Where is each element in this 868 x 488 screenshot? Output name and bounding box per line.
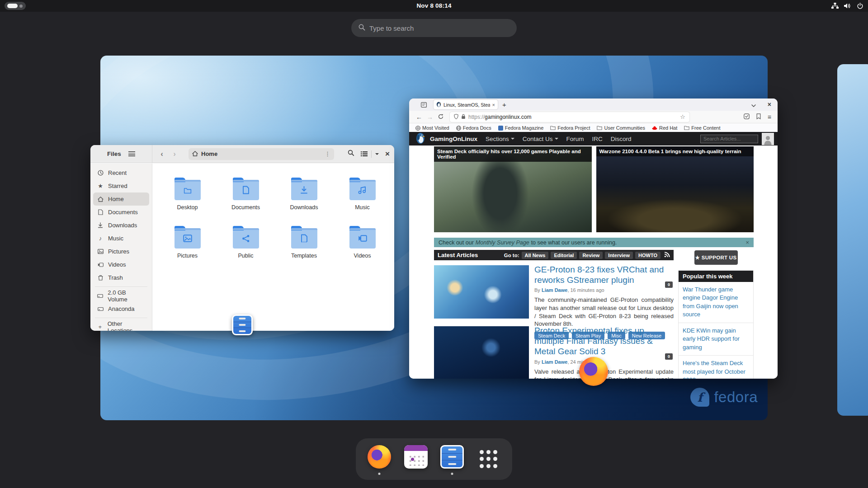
survey-page-link[interactable]: Monthly Survey Page <box>474 239 531 246</box>
view-toggle-button[interactable] <box>361 150 379 158</box>
files-app-badge-icon[interactable] <box>232 314 253 335</box>
dock-files[interactable] <box>439 443 465 475</box>
firefox-app-badge-icon[interactable] <box>579 357 608 386</box>
menu-icon[interactable] <box>128 151 135 156</box>
folder-templates[interactable]: Templates <box>275 225 333 273</box>
back-button[interactable]: ← <box>414 113 425 121</box>
site-brand[interactable]: GamingOnLinux <box>430 136 477 142</box>
featured-article-warzone[interactable]: Warzone 2100 4.4.0 Beta 1 brings new hig… <box>596 146 754 232</box>
site-search-input[interactable] <box>700 135 758 143</box>
path-bar[interactable]: Home ⋮ <box>189 148 334 160</box>
location-menu-icon[interactable]: ⋮ <box>325 150 330 157</box>
bookmark-red-hat[interactable]: Red Hat <box>652 125 677 131</box>
folder-desktop[interactable]: Desktop <box>158 176 217 225</box>
bookmark-fedora-magazine[interactable]: Fedora Magazine <box>498 125 544 131</box>
bookmark-free-content[interactable]: Free Content <box>684 125 720 131</box>
bookmark-fedora-project[interactable]: Fedora Project <box>550 125 590 131</box>
home-icon <box>97 197 104 202</box>
clock[interactable]: Nov 8 08:14 <box>0 0 868 12</box>
filter-interview[interactable]: Interview <box>605 252 633 259</box>
sidebar-item-volume[interactable]: 2.0 GB Volume <box>93 289 149 302</box>
forward-button[interactable]: › <box>170 150 179 159</box>
dock-firefox[interactable] <box>367 443 392 475</box>
shield-icon <box>454 113 458 121</box>
search-icon[interactable] <box>348 150 354 158</box>
comment-count-badge[interactable]: 0 <box>665 353 673 360</box>
featured-article-steam-deck[interactable]: Steam Deck officially hits over 12,000 g… <box>434 146 592 232</box>
firefox-window[interactable]: Linux, SteamOS, Steam D × + × ← → <box>409 99 778 379</box>
close-tab-icon[interactable]: × <box>492 102 495 108</box>
support-us-button[interactable]: ★ SUPPORT US <box>694 250 738 265</box>
sidebar-item-home[interactable]: Home <box>93 192 149 206</box>
nav-sections[interactable]: Sections <box>486 136 514 142</box>
search-input[interactable]: Type to search <box>351 19 517 37</box>
author-link[interactable]: Liam Dawe <box>542 359 567 365</box>
sidebar-item-documents[interactable]: Documents <box>93 206 149 219</box>
comment-count-badge[interactable]: 0 <box>665 282 673 288</box>
folder-pictures[interactable]: Pictures <box>158 225 217 273</box>
nav-discord[interactable]: Discord <box>611 136 632 142</box>
star-icon: ★ <box>97 183 104 189</box>
firefox-view-icon[interactable] <box>419 102 428 108</box>
filter-all-news[interactable]: All News <box>522 252 549 259</box>
bookmark-fedora-docs[interactable]: Fedora Docs <box>456 125 491 131</box>
music-note-icon: ♪ <box>97 235 104 242</box>
back-button[interactable]: ‹ <box>157 150 167 159</box>
reload-icon[interactable] <box>435 113 446 121</box>
popular-link[interactable]: Here's the Steam Deck most played for Oc… <box>679 356 753 379</box>
rss-icon[interactable] <box>664 251 670 259</box>
filter-editorial[interactable]: Editorial <box>551 252 577 259</box>
sidebar-item-trash[interactable]: Trash <box>93 271 149 284</box>
browser-tab[interactable]: Linux, SteamOS, Steam D × <box>434 100 498 109</box>
sidebar-item-music[interactable]: ♪ Music <box>93 232 149 245</box>
popular-link[interactable]: KDE KWin may gain early HDR support for … <box>679 323 753 356</box>
bookmark-user-communities[interactable]: User Communities <box>597 125 645 131</box>
folder-documents[interactable]: Documents <box>217 176 275 225</box>
menu-icon[interactable]: ≡ <box>768 113 771 121</box>
filter-review[interactable]: Review <box>579 252 603 259</box>
folder-public[interactable]: Public <box>217 225 275 273</box>
folder-icon <box>291 228 317 249</box>
account-flag-icon[interactable] <box>756 113 761 121</box>
nav-irc[interactable]: IRC <box>592 136 603 142</box>
close-window-button[interactable]: × <box>385 150 390 158</box>
forward-button[interactable]: → <box>425 113 435 121</box>
author-link[interactable]: Liam Dawe <box>542 287 567 293</box>
article-title-link[interactable]: Proton Experimental fixes up multiple Fi… <box>534 325 674 357</box>
sidebar-item-other-locations[interactable]: + Other Locations <box>93 320 149 331</box>
dock-calendar[interactable] <box>403 443 429 475</box>
sidebar-item-videos[interactable]: Videos <box>93 258 149 271</box>
user-avatar[interactable] <box>762 133 774 145</box>
sidebar-item-recent[interactable]: Recent <box>93 166 149 179</box>
protections-shield-icon[interactable] <box>744 113 750 121</box>
system-status-area[interactable] <box>831 0 863 12</box>
bookmark-most-visited[interactable]: Most Visited <box>415 125 449 131</box>
folder-music[interactable]: Music <box>333 176 392 225</box>
sidebar-item-starred[interactable]: ★ Starred <box>93 179 149 192</box>
files-content-area[interactable]: Desktop Documents Downloads Music Pictur… <box>153 164 394 331</box>
article-thumbnail[interactable] <box>434 265 529 319</box>
list-tabs-chevron-icon[interactable] <box>751 101 756 109</box>
nav-contact-us[interactable]: Contact Us <box>523 136 558 142</box>
adjacent-workspace-thumbnail[interactable] <box>837 64 868 416</box>
files-window[interactable]: Files ‹ › Home ⋮ <box>90 145 394 331</box>
article-title-link[interactable]: GE-Proton 8-23 fixes VRChat and reworks … <box>534 264 674 285</box>
sidebar-item-downloads[interactable]: Downloads <box>93 219 149 232</box>
filter-howto[interactable]: HOWTO <box>635 252 660 259</box>
sidebar-item-anaconda[interactable]: Anaconda <box>93 302 149 315</box>
dismiss-notice-icon[interactable]: × <box>745 239 749 246</box>
bookmark-star-icon[interactable]: ☆ <box>680 113 685 120</box>
nav-forum[interactable]: Forum <box>566 136 584 142</box>
folder-videos[interactable]: Videos <box>333 225 392 273</box>
article-thumbnail[interactable] <box>434 326 529 379</box>
url-bar[interactable]: https://gamingonlinux.com ☆ <box>450 112 689 122</box>
gamingonlinux-page: GamingOnLinux Sections Contact Us Forum … <box>409 132 778 379</box>
new-tab-button[interactable]: + <box>502 101 506 108</box>
dock-app-grid[interactable] <box>476 443 501 475</box>
plus-icon: + <box>97 324 104 330</box>
sidebar-item-pictures[interactable]: Pictures <box>93 245 149 258</box>
popular-link[interactable]: War Thunder game engine Dagor Engine fro… <box>679 282 753 323</box>
site-logo-penguin[interactable] <box>415 132 425 145</box>
folder-downloads[interactable]: Downloads <box>275 176 333 225</box>
close-window-button[interactable]: × <box>768 101 771 108</box>
